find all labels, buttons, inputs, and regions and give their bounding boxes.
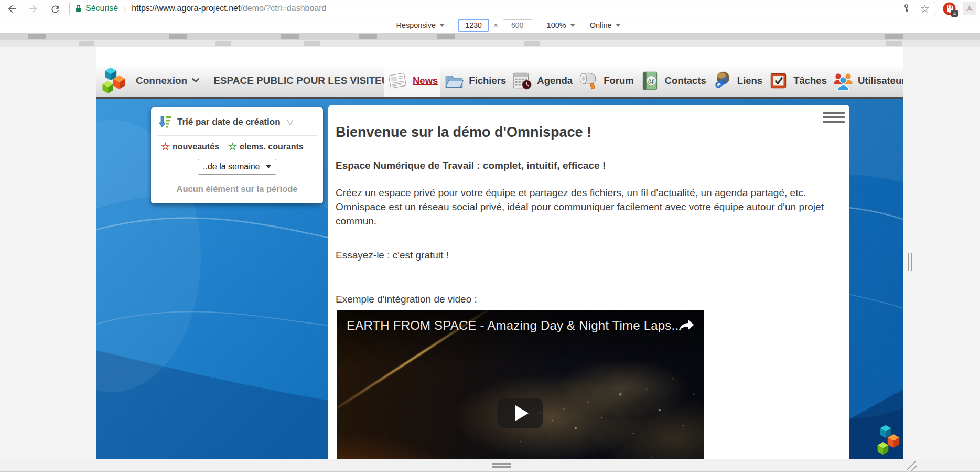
lock-icon bbox=[75, 4, 82, 13]
reload-icon bbox=[50, 4, 61, 15]
news-icon bbox=[387, 70, 409, 92]
filter-nouveautes[interactable]: ☆ nouveautés bbox=[161, 142, 219, 152]
tab-label: Forum bbox=[604, 75, 634, 87]
viewport-width-input[interactable] bbox=[458, 19, 489, 32]
video-title-gradient: EARTH FROM SPACE - Amazing Day & Night T… bbox=[337, 310, 704, 367]
agora-corner-logo bbox=[875, 422, 902, 459]
try-line: Essayez-le : c'est gratuit ! bbox=[336, 250, 842, 261]
adobe-acrobat-icon bbox=[963, 2, 976, 15]
tab-label: News bbox=[413, 75, 438, 87]
viewport-resize-handle-bottom[interactable] bbox=[492, 463, 511, 468]
tab-label: Agenda bbox=[537, 75, 573, 87]
browser-toolbar: Sécurisé | https://www.agora-project.net… bbox=[0, 0, 980, 18]
filter-elems-courants[interactable]: ☆ elems. courants bbox=[228, 142, 304, 152]
chevron-down-icon bbox=[570, 24, 575, 27]
back-button[interactable] bbox=[5, 2, 19, 16]
url-domain: https://www.agora-project.net bbox=[132, 4, 240, 13]
play-button[interactable] bbox=[498, 398, 543, 428]
video-title[interactable]: EARTH FROM SPACE - Amazing Day & Night T… bbox=[347, 318, 682, 333]
security-chip[interactable]: Sécurisé bbox=[75, 4, 118, 13]
zoom-select[interactable]: 100% bbox=[547, 21, 575, 29]
megaphone-icon bbox=[578, 70, 600, 92]
period-value: ..de la semaine bbox=[203, 162, 260, 171]
tab-fichiers[interactable]: Fichiers bbox=[440, 64, 509, 97]
browser-window: Sécurisé | https://www.agora-project.net… bbox=[0, 0, 980, 474]
device-type-label: Responsive bbox=[396, 21, 436, 29]
sort-panel: Trié par date de création ▽ ☆ nouveautés… bbox=[151, 107, 323, 203]
url-path: /demo/?ctrl=dashboard bbox=[240, 4, 326, 13]
dashboard-body-text: Créez un espace privé pour votre équipe … bbox=[336, 186, 837, 229]
extension-icons: 4 bbox=[942, 2, 977, 16]
dashboard-panel: Bienvenue sur la démo d'Omnispace ! Espa… bbox=[328, 105, 849, 459]
adobe-extension-button[interactable] bbox=[963, 2, 977, 16]
filter-label: nouveautés bbox=[173, 142, 219, 152]
tab-agenda[interactable]: Agenda bbox=[509, 64, 575, 97]
tab-label: Fichiers bbox=[469, 75, 506, 87]
tab-news[interactable]: News bbox=[384, 64, 440, 97]
media-query-bar-bottom[interactable] bbox=[0, 40, 980, 47]
tab-taches[interactable]: Tâches bbox=[765, 64, 830, 97]
site-navbar: Connexion ESPACE PUBLIC POUR LES VISITEU… bbox=[96, 64, 903, 99]
chevron-down-icon bbox=[616, 24, 621, 27]
green-star-icon: ☆ bbox=[228, 142, 237, 152]
divider bbox=[157, 135, 317, 136]
task-check-icon bbox=[768, 70, 790, 92]
devtools-device-toolbar: Responsive × 100% Online bbox=[0, 18, 980, 33]
video-caption: Exemple d'intégration de video : bbox=[336, 294, 842, 305]
security-label: Sécurisé bbox=[85, 4, 118, 13]
viewport-resize-corner-grip[interactable] bbox=[905, 459, 917, 471]
tab-label: Utilisateurs bbox=[858, 75, 903, 87]
folder-icon bbox=[443, 70, 465, 92]
page-viewport: Connexion ESPACE PUBLIC POUR LES VISITEU… bbox=[96, 47, 903, 459]
connexion-menu[interactable]: Connexion bbox=[136, 75, 199, 87]
tab-label: Liens bbox=[737, 75, 762, 87]
device-type-select[interactable]: Responsive bbox=[396, 21, 445, 29]
throttle-select[interactable]: Online bbox=[590, 21, 621, 29]
empty-period-message: Aucun élément sur la période bbox=[158, 184, 316, 194]
forward-button[interactable] bbox=[26, 2, 40, 16]
back-icon bbox=[6, 3, 18, 15]
connexion-label: Connexion bbox=[136, 75, 187, 87]
reload-button[interactable] bbox=[48, 2, 62, 16]
chevron-down-icon bbox=[439, 24, 445, 27]
url-separator: | bbox=[124, 4, 126, 13]
tab-forum[interactable]: Forum bbox=[575, 64, 637, 97]
dashboard-subtitle: Espace Numérique de Travail : complet, i… bbox=[336, 160, 842, 171]
red-star-icon: ☆ bbox=[161, 142, 170, 152]
viewport-height-input[interactable] bbox=[503, 19, 532, 31]
tab-contacts[interactable]: @ Contacts bbox=[637, 64, 709, 97]
filter-label: elems. courants bbox=[240, 142, 304, 152]
period-select[interactable]: ..de la semaine bbox=[198, 159, 276, 175]
tab-utilisateurs[interactable]: Utilisateurs bbox=[830, 64, 903, 97]
viewport-resize-handle-right[interactable] bbox=[908, 253, 913, 271]
tab-label: Tâches bbox=[793, 75, 827, 87]
caret-outline-icon: ▽ bbox=[287, 117, 294, 127]
filters-row: ☆ nouveautés ☆ elems. courants bbox=[161, 142, 316, 152]
panel-menu-button[interactable] bbox=[823, 112, 845, 126]
sort-icon bbox=[158, 115, 172, 129]
youtube-embed[interactable]: EARTH FROM SPACE - Amazing Day & Night T… bbox=[337, 310, 704, 459]
module-tabs: News Fichiers bbox=[384, 64, 903, 97]
agora-logo[interactable] bbox=[98, 66, 128, 96]
space-label: ESPACE PUBLIC POUR LES VISITEURS bbox=[213, 75, 403, 87]
page-title: Bienvenue sur la démo d'Omnispace ! bbox=[336, 105, 842, 141]
sort-order-button[interactable]: Trié par date de création ▽ bbox=[158, 115, 316, 129]
throttle-label: Online bbox=[590, 21, 612, 29]
chevron-down-icon bbox=[191, 74, 199, 82]
tab-liens[interactable]: Liens bbox=[709, 64, 765, 97]
forward-icon bbox=[27, 3, 39, 15]
adblock-extension-button[interactable]: 4 bbox=[942, 2, 956, 16]
password-key-icon[interactable] bbox=[901, 4, 911, 14]
at-glyph: @ bbox=[648, 77, 654, 84]
dimension-separator: × bbox=[493, 21, 498, 29]
play-icon bbox=[515, 405, 529, 421]
sort-title: Trié par date de création bbox=[177, 117, 281, 127]
bookmark-star-icon[interactable]: ☆ bbox=[920, 3, 930, 14]
address-book-icon: @ bbox=[639, 70, 661, 92]
share-icon[interactable] bbox=[676, 317, 695, 332]
select-caret-icon bbox=[266, 165, 271, 168]
page-background: Trié par date de création ▽ ☆ nouveautés… bbox=[96, 99, 903, 459]
adblock-badge: 4 bbox=[951, 10, 958, 17]
media-query-bar-top[interactable] bbox=[0, 33, 980, 40]
address-bar[interactable]: Sécurisé | https://www.agora-project.net… bbox=[69, 2, 935, 15]
